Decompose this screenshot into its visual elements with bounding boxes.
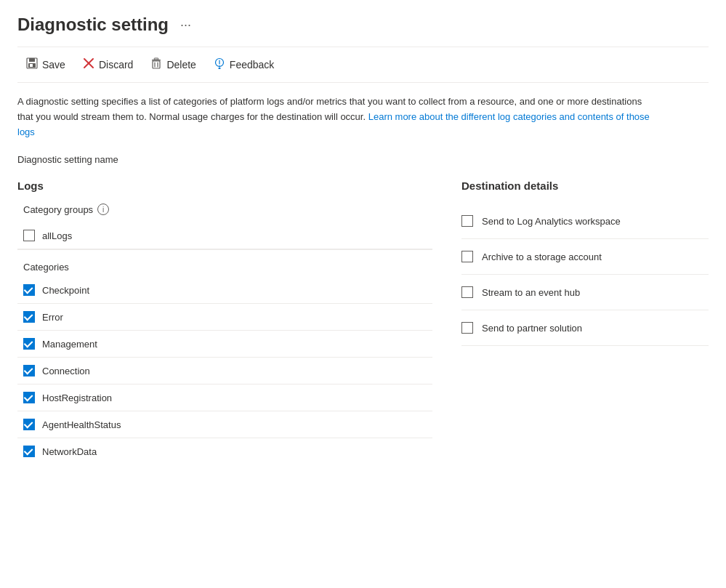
all-logs-checkbox[interactable] — [23, 230, 35, 241]
save-icon — [26, 57, 38, 72]
category-checkbox-hostregistration[interactable] — [23, 392, 35, 403]
svg-rect-7 — [152, 60, 161, 61]
svg-rect-8 — [153, 61, 160, 68]
all-logs-row: allLogs — [17, 222, 432, 249]
destination-section-title: Destination details — [461, 180, 709, 192]
divider — [17, 249, 432, 250]
category-label-error[interactable]: Error — [42, 312, 63, 323]
discard-label: Discard — [99, 59, 133, 71]
setting-name-label: Diagnostic setting name — [17, 154, 709, 165]
page-title: Diagnostic setting — [17, 15, 169, 35]
destination-label-log-analytics[interactable]: Send to Log Analytics workspace — [482, 216, 621, 227]
all-logs-label[interactable]: allLogs — [42, 230, 72, 241]
main-content: Logs Category groups i allLogs Categorie… — [17, 180, 709, 464]
category-row-hostregistration: HostRegistration — [17, 384, 432, 411]
svg-rect-3 — [30, 64, 33, 67]
category-checkbox-management[interactable] — [23, 338, 35, 350]
destination-checkbox-storage-account[interactable] — [461, 251, 473, 262]
category-label-management[interactable]: Management — [42, 339, 97, 350]
save-label: Save — [42, 59, 65, 71]
svg-rect-1 — [29, 58, 35, 62]
category-label-agenthealthstatus[interactable]: AgentHealthStatus — [42, 419, 121, 430]
feedback-button[interactable]: Feedback — [205, 53, 283, 76]
destination-list: Send to Log Analytics workspaceArchive t… — [461, 204, 709, 346]
category-checkbox-agenthealthstatus[interactable] — [23, 419, 35, 430]
feedback-label: Feedback — [230, 59, 274, 71]
category-label-networkdata[interactable]: NetworkData — [42, 446, 97, 457]
description-container: A diagnostic setting specifies a list of… — [17, 94, 650, 140]
destination-row-partner-solution: Send to partner solution — [461, 310, 709, 346]
category-row-error: Error — [17, 304, 432, 331]
destination-checkbox-partner-solution[interactable] — [461, 322, 473, 334]
destination-label-storage-account[interactable]: Archive to a storage account — [482, 251, 602, 262]
category-checkbox-connection[interactable] — [23, 365, 35, 376]
category-row-connection: Connection — [17, 358, 432, 384]
category-label-checkpoint[interactable]: Checkpoint — [42, 285, 89, 296]
svg-point-12 — [218, 68, 220, 70]
categories-list: CheckpointErrorManagementConnectionHostR… — [17, 277, 432, 464]
page-title-row: Diagnostic setting ··· — [17, 15, 709, 35]
delete-icon — [150, 57, 162, 72]
destination-row-storage-account: Archive to a storage account — [461, 239, 709, 275]
categories-label: Categories — [23, 262, 432, 273]
category-row-agenthealthstatus: AgentHealthStatus — [17, 411, 432, 438]
svg-rect-6 — [154, 58, 158, 60]
category-checkbox-checkpoint[interactable] — [23, 284, 35, 296]
category-checkbox-networkdata[interactable] — [23, 446, 35, 457]
category-label-connection[interactable]: Connection — [42, 366, 90, 376]
discard-button[interactable]: Discard — [74, 53, 142, 76]
destination-section: Destination details Send to Log Analytic… — [461, 180, 709, 464]
feedback-icon — [214, 57, 225, 72]
ellipsis-button[interactable]: ··· — [176, 16, 195, 34]
logs-section: Logs Category groups i allLogs Categorie… — [17, 180, 432, 464]
discard-icon — [83, 57, 94, 72]
destination-label-event-hub[interactable]: Stream to an event hub — [482, 287, 580, 298]
delete-label: Delete — [166, 59, 195, 71]
toolbar: Save Discard Delete — [17, 47, 709, 83]
category-row-management: Management — [17, 331, 432, 358]
destination-checkbox-event-hub[interactable] — [461, 286, 473, 298]
delete-button[interactable]: Delete — [142, 53, 204, 76]
category-row-networkdata: NetworkData — [17, 438, 432, 464]
category-label-hostregistration[interactable]: HostRegistration — [42, 392, 112, 403]
save-button[interactable]: Save — [17, 53, 74, 76]
category-groups-info-icon[interactable]: i — [97, 204, 109, 215]
destination-row-event-hub: Stream to an event hub — [461, 275, 709, 310]
destination-label-partner-solution[interactable]: Send to partner solution — [482, 323, 582, 334]
destination-checkbox-log-analytics[interactable] — [461, 215, 473, 227]
logs-section-title: Logs — [17, 180, 432, 192]
destination-row-log-analytics: Send to Log Analytics workspace — [461, 204, 709, 239]
category-groups-label: Category groups i — [17, 204, 432, 215]
category-row-checkpoint: Checkpoint — [17, 277, 432, 304]
category-checkbox-error[interactable] — [23, 311, 35, 323]
